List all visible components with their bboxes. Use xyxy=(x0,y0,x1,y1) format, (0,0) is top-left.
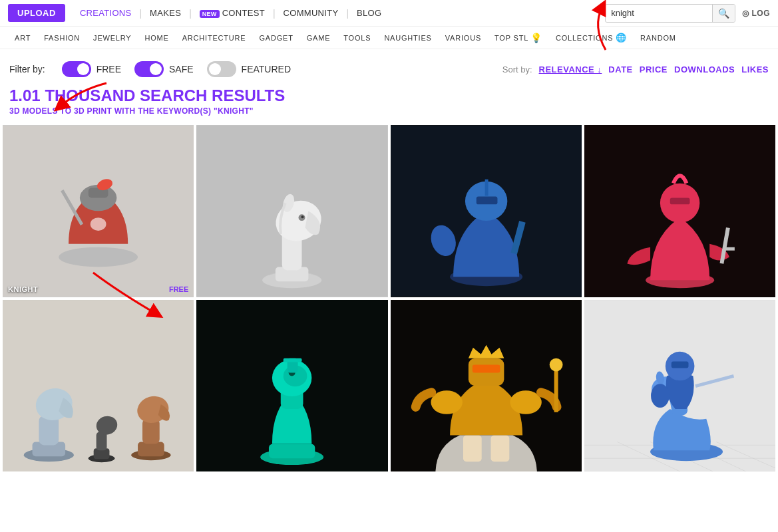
filter-bar: Filter by: FREE SAFE FEATURED Sort by: xyxy=(0,49,778,84)
free-label: FREE xyxy=(97,64,121,74)
safe-label: SAFE xyxy=(169,64,194,74)
svg-rect-29 xyxy=(670,198,690,204)
svg-point-58 xyxy=(549,358,562,371)
subnav-random[interactable]: RANDOM xyxy=(634,34,683,42)
subnav-collections[interactable]: COLLECTIONS 🌐 xyxy=(549,33,634,43)
safe-toggle-slider xyxy=(134,61,164,77)
knight-6-image xyxy=(196,300,387,472)
svg-point-3 xyxy=(59,247,138,267)
svg-rect-74 xyxy=(671,361,688,368)
subnav-naughties[interactable]: NAUGHTIES xyxy=(377,34,438,42)
knight-3-image xyxy=(391,125,582,297)
free-toggle-slider xyxy=(62,61,91,77)
search-area: 🔍 ◎ LOG xyxy=(605,4,770,23)
sub-nav: ART FASHION JEWELRY HOME ARCHITECTURE GA… xyxy=(0,27,778,49)
page-wrapper: UPLOAD CREATIONS | MAKES | NEWCONTEST | … xyxy=(0,0,778,532)
sort-price[interactable]: PRICE xyxy=(640,65,668,74)
knight-4-image xyxy=(584,125,775,297)
grid-item-2[interactable] xyxy=(196,125,387,297)
item-1-label: KNIGHT FREE xyxy=(3,281,194,297)
knight-5-image xyxy=(3,300,194,472)
subnav-tools[interactable]: TOOLS xyxy=(337,34,377,42)
svg-rect-27 xyxy=(723,247,735,251)
safe-toggle[interactable] xyxy=(134,61,164,77)
svg-rect-60 xyxy=(472,364,500,372)
svg-rect-45 xyxy=(269,444,315,458)
search-box: 🔍 xyxy=(605,4,735,23)
nav-contest[interactable]: NEWCONTEST xyxy=(192,8,273,18)
results-subtitle: 3D MODELS TO 3D PRINT WITH THE KEYWORD(S… xyxy=(9,106,769,116)
featured-toggle[interactable] xyxy=(207,61,236,77)
grid-item-1[interactable]: KNIGHT FREE xyxy=(3,125,194,297)
search-input[interactable] xyxy=(606,5,712,21)
subnav-various[interactable]: VARIOUS xyxy=(439,34,488,42)
svg-rect-57 xyxy=(554,366,558,412)
grid-item-3[interactable] xyxy=(391,125,582,297)
subnav-top-stl[interactable]: TOP STL 💡 xyxy=(488,33,549,43)
new-badge: NEW xyxy=(200,10,220,18)
upload-button[interactable]: UPLOAD xyxy=(8,4,65,22)
svg-rect-51 xyxy=(284,358,302,362)
lightbulb-icon: 💡 xyxy=(530,33,542,43)
svg-rect-23 xyxy=(485,180,488,196)
subnav-architecture[interactable]: ARCHITECTURE xyxy=(176,34,253,42)
login-button[interactable]: ◎ LOG xyxy=(742,9,770,18)
svg-rect-40 xyxy=(138,442,164,456)
item-1-free: FREE xyxy=(169,285,188,293)
nav-blog[interactable]: BLOG xyxy=(349,8,389,18)
subnav-game[interactable]: GAME xyxy=(300,34,337,42)
knight-7-image xyxy=(391,300,582,472)
knight-1-image xyxy=(3,125,194,297)
sort-relevance[interactable]: RELEVANCE ↓ xyxy=(539,65,602,74)
collections-icon: 🌐 xyxy=(616,33,627,43)
nav-links: CREATIONS | MAKES | NEWCONTEST | COMMUNI… xyxy=(72,8,605,19)
featured-toggle-group: FEATURED xyxy=(207,61,291,77)
results-header: 1.01 THOUSAND SEARCH RESULTS 3D MODELS T… xyxy=(0,84,778,122)
knight-2-image xyxy=(196,125,387,297)
subnav-gadget[interactable]: GADGET xyxy=(252,34,299,42)
sort-date[interactable]: DATE xyxy=(608,65,632,74)
featured-label: FEATURED xyxy=(242,64,291,74)
grid-item-5[interactable] xyxy=(3,300,194,472)
featured-toggle-slider xyxy=(207,61,236,77)
sort-downloads[interactable]: DOWNLOADS xyxy=(674,65,735,74)
svg-point-16 xyxy=(301,215,304,218)
nav-community[interactable]: COMMUNITY xyxy=(276,8,347,18)
svg-point-76 xyxy=(651,384,670,408)
grid-item-7[interactable] xyxy=(391,300,582,472)
nav-makes[interactable]: MAKES xyxy=(142,8,189,18)
nav-creations[interactable]: CREATIONS xyxy=(72,8,140,18)
sort-likes[interactable]: LIKES xyxy=(741,65,769,74)
subnav-home[interactable]: HOME xyxy=(138,34,175,42)
sort-area: Sort by: RELEVANCE ↓ DATE PRICE DOWNLOAD… xyxy=(502,65,769,74)
item-1-title: KNIGHT xyxy=(8,285,38,293)
knight-8-image xyxy=(584,300,775,472)
results-count: 1.01 THOUSAND SEARCH RESULTS xyxy=(9,86,769,105)
grid-item-6[interactable] xyxy=(196,300,387,472)
free-toggle-group: FREE xyxy=(62,61,121,77)
subnav-art[interactable]: ART xyxy=(8,34,37,42)
grid-item-4[interactable] xyxy=(584,125,775,297)
subnav-fashion[interactable]: FASHION xyxy=(37,34,87,42)
free-toggle[interactable] xyxy=(62,61,91,77)
filter-by-label: Filter by: xyxy=(9,64,45,74)
svg-rect-22 xyxy=(476,196,497,204)
svg-point-8 xyxy=(91,217,106,231)
sort-by-label: Sort by: xyxy=(502,65,532,74)
grid-item-8[interactable] xyxy=(584,300,775,472)
top-nav: UPLOAD CREATIONS | MAKES | NEWCONTEST | … xyxy=(0,0,778,27)
subnav-jewelry[interactable]: JEWELRY xyxy=(87,34,138,42)
svg-rect-37 xyxy=(97,432,107,450)
search-button[interactable]: 🔍 xyxy=(712,5,735,22)
image-grid: KNIGHT FREE xyxy=(0,122,778,474)
safe-toggle-group: SAFE xyxy=(134,61,194,77)
